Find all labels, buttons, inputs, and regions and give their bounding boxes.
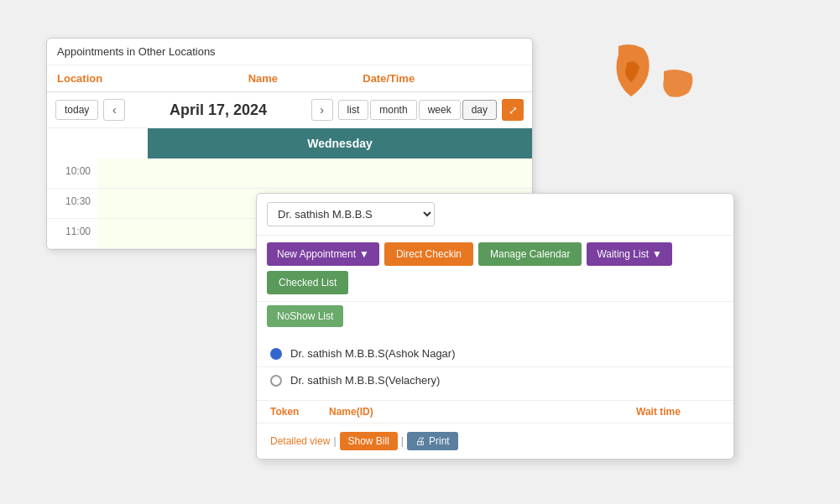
next-button[interactable]: › [311,99,333,121]
expand-icon: ⤢ [509,104,518,117]
waiting-list-button[interactable]: Waiting List ▼ [587,242,671,266]
noshow-row: NoShow List [257,302,733,334]
radio-unselected-icon [270,375,282,387]
waiting-table-header: Token Name(ID) Wait time [257,400,733,423]
decorative-logo [610,42,697,103]
waiting-list-label: Waiting List [597,248,649,260]
show-bill-button[interactable]: Show Bill [340,432,398,450]
print-label: Print [429,435,450,447]
list-view-button[interactable]: list [338,100,369,120]
day-header: Wednesday [148,128,532,158]
direct-checkin-button[interactable]: Direct Checkin [384,242,473,266]
radio-selected-icon [270,348,282,360]
col-name-header: Name [174,65,353,91]
col-datetime-header: Date/Time [352,65,532,91]
doctor-dropdown[interactable]: Dr. sathish M.B.B.S [267,202,435,226]
prev-button[interactable]: ‹ [103,99,125,121]
doctor-option-1[interactable]: Dr. sathish M.B.B.S(Ashok Nagar) [257,340,733,367]
calendar-body: Wednesday [47,128,532,158]
view-buttons: list month week day [338,100,497,120]
time-label-1100: 11:00 [47,219,97,248]
new-appt-chevron-icon: ▼ [359,248,369,260]
checked-list-button[interactable]: Checked List [267,271,348,294]
doctor-options-list: Dr. sathish M.B.B.S(Ashok Nagar) Dr. sat… [257,334,733,400]
token-col-header: Token [270,406,329,418]
noshow-list-button[interactable]: NoShow List [267,305,343,327]
expand-button[interactable]: ⤢ [502,99,524,121]
action-buttons-row: New Appointment ▼ Direct Checkin Manage … [257,236,733,302]
new-appt-label: New Appointment [277,248,356,260]
detailed-view-link[interactable]: Detailed view [270,435,330,447]
doctor-option-2[interactable]: Dr. sathish M.B.B.S(Velachery) [257,367,733,393]
col-location-header: Location [47,65,174,91]
doctor-panel: Dr. sathish M.B.B.S New Appointment ▼ Di… [256,193,734,460]
separator-2: | [401,435,404,447]
time-label-1030: 10:30 [47,189,97,218]
week-view-button[interactable]: week [419,100,461,120]
doctor-selector: Dr. sathish M.B.B.S [257,194,733,236]
panel-title: Appointments in Other Locations [47,39,532,65]
doctor-option-2-label: Dr. sathish M.B.B.S(Velachery) [290,374,440,387]
slot-content-1000 [97,158,532,188]
waiting-list-chevron-icon: ▼ [652,248,662,260]
month-view-button[interactable]: month [370,100,416,120]
time-label-1000: 10:00 [47,158,97,188]
calendar-nav: today ‹ April 17, 2024 › list month week… [47,92,532,128]
new-appointment-button[interactable]: New Appointment ▼ [267,242,379,266]
day-view-button[interactable]: day [462,100,497,120]
doctor-option-1-label: Dr. sathish M.B.B.S(Ashok Nagar) [290,347,456,360]
manage-calendar-button[interactable]: Manage Calendar [478,242,582,266]
time-slot-1000: 10:00 [47,158,532,189]
appointments-table-header: Location Name Date/Time [47,65,532,92]
today-button[interactable]: today [55,100,98,120]
time-gutter [47,128,97,158]
print-button[interactable]: 🖨 Print [407,432,458,450]
calendar-date: April 17, 2024 [130,101,305,119]
printer-icon: 🖨 [415,435,425,447]
logo-top-icon [610,42,652,101]
action-links-row: Detailed view | Show Bill | 🖨 Print [257,423,733,459]
wait-time-col-header: Wait time [636,406,720,418]
separator-1: | [333,435,336,447]
logo-bottom-icon [660,67,697,101]
name-id-col-header: Name(ID) [329,406,636,418]
